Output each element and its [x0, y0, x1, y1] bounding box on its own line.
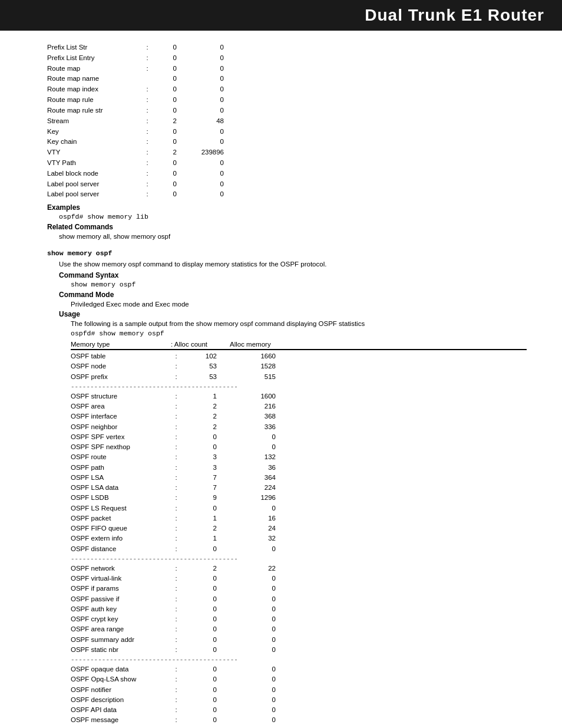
list-item: OSPF SPF vertex : 0 0	[71, 432, 527, 442]
ospf-row-val1: 0	[181, 503, 229, 513]
row-val2: 0	[189, 106, 224, 116]
list-item: OSPF notifier : 0 0	[71, 685, 527, 695]
page-title: Dual Trunk E1 Router	[365, 6, 544, 24]
ospf-row-val1: 9	[181, 493, 229, 503]
table-row: Label block node : 0 0	[47, 169, 527, 179]
ospf-row-val2: 0	[229, 544, 276, 554]
ospf-row-val2: 0	[229, 664, 276, 674]
usage-block: Usage The following is a sample output f…	[47, 310, 527, 337]
list-item: OSPF description : 0 0	[71, 695, 527, 705]
row-val2: 0	[189, 158, 224, 169]
top-data-table: Prefix List Str : 0 0 Prefix List Entry …	[47, 42, 527, 200]
list-item: OSPF opaque data : 0 0	[71, 664, 527, 674]
row-val1: 0	[153, 179, 189, 190]
ospf-row-val1: 0	[181, 705, 229, 715]
ospf-row-label: OSPF virtual-link	[71, 574, 171, 584]
ospf-row-val2: 0	[229, 695, 276, 705]
ospf-row-val2: 36	[229, 463, 276, 473]
list-item: OSPF if params : 0 0	[71, 584, 527, 594]
row-label: Route map rule	[47, 95, 141, 106]
ospf-row-colon: :	[171, 361, 181, 371]
ospf-row-val1: 2	[181, 422, 229, 432]
ospf-memory-table: Memory type : Alloc count Alloc memory O…	[47, 341, 527, 728]
command-line: show memory ospf	[47, 249, 527, 257]
row-label: Route map name	[47, 74, 141, 84]
command-syntax-value: show memory ospf	[47, 281, 527, 288]
row-label: Stream	[47, 116, 141, 127]
ospf-row-label: OSPF area	[71, 401, 171, 411]
command-mode-title: Command Mode	[47, 291, 527, 299]
ospf-row-label: OSPF neighbor	[71, 422, 171, 432]
list-item: OSPF packet : 1 16	[71, 513, 527, 523]
row-label: Key	[47, 127, 141, 137]
ospf-row-label: OSPF if params	[71, 584, 171, 594]
ospf-table-body: OSPF table : 102 1660 OSPF node : 53 152…	[71, 351, 527, 728]
ospf-row-val1: 2	[181, 564, 229, 574]
row-val2: 0	[189, 137, 224, 147]
ospf-row-colon: :	[171, 452, 181, 462]
row-colon: :	[141, 179, 153, 190]
ospf-row-colon: :	[171, 624, 181, 634]
row-val2: 0	[189, 74, 224, 84]
ospf-row-colon: :	[171, 674, 181, 684]
ospf-row-colon: :	[171, 411, 181, 421]
page-header: Dual Trunk E1 Router	[0, 0, 562, 31]
row-colon: :	[141, 116, 153, 127]
table-row: Route map name 0 0	[47, 74, 527, 84]
list-item: OSPF tmp mem : 2 16	[71, 726, 527, 728]
ospf-row-val1: 0	[181, 715, 229, 725]
row-colon: :	[141, 64, 153, 74]
ospf-row-val2: 0	[229, 685, 276, 695]
row-colon: :	[141, 95, 153, 106]
row-colon: :	[141, 53, 153, 64]
ospf-row-colon: :	[171, 463, 181, 473]
ospf-table-divider: ----------------------------------------…	[71, 383, 527, 390]
row-val2: 0	[189, 95, 224, 106]
command-mode-value: Priviledged Exec mode and Exec mode	[47, 301, 527, 308]
ospf-row-label: OSPF auth key	[71, 604, 171, 614]
ospf-row-colon: :	[171, 523, 181, 533]
row-val1: 0	[153, 137, 189, 147]
row-label: Label block node	[47, 169, 141, 179]
ospf-row-val1: 0	[181, 574, 229, 584]
row-val2: 0	[189, 169, 224, 179]
ospf-row-val2: 0	[229, 624, 276, 634]
ospf-row-val2: 32	[229, 533, 276, 543]
row-val1: 0	[153, 74, 189, 84]
ospf-row-val2: 336	[229, 422, 276, 432]
row-val2: 0	[189, 42, 224, 53]
row-val2: 0	[189, 53, 224, 64]
list-item: OSPF structure : 1 1600	[71, 391, 527, 401]
table-row: Label pool server : 0 0	[47, 189, 527, 200]
ospf-row-val1: 3	[181, 463, 229, 473]
ospf-row-val2: 364	[229, 473, 276, 483]
ospf-row-colon: :	[171, 695, 181, 705]
ospf-row-colon: :	[171, 614, 181, 624]
list-item: OSPF auth key : 0 0	[71, 604, 527, 614]
ospf-row-val2: 1600	[229, 391, 276, 401]
row-colon: :	[141, 137, 153, 147]
ospf-row-colon: :	[171, 483, 181, 493]
command-syntax-title: Command Syntax	[47, 271, 527, 279]
ospf-row-label: OSPF network	[71, 564, 171, 574]
table-row: Route map index : 0 0	[47, 84, 527, 95]
ospf-row-val2: 0	[229, 635, 276, 645]
ospf-row-colon: :	[171, 422, 181, 432]
ospf-col2-header: Alloc memory	[230, 341, 289, 348]
page: Dual Trunk E1 Router Prefix List Str : 0…	[0, 0, 562, 728]
ospf-row-val2: 24	[229, 523, 276, 533]
list-item: OSPF Opq-LSA show : 0 0	[71, 674, 527, 684]
ospf-row-colon: :	[171, 493, 181, 503]
ospf-row-label: OSPF notifier	[71, 685, 171, 695]
ospf-row-colon: :	[171, 564, 181, 574]
ospf-row-label: OSPF API data	[71, 705, 171, 715]
list-item: OSPF node : 53 1528	[71, 361, 527, 371]
row-label: Label pool server	[47, 189, 141, 200]
table-row: Label pool server : 0 0	[47, 179, 527, 190]
ospf-row-val2: 216	[229, 401, 276, 411]
ospf-row-colon: :	[171, 372, 181, 382]
ospf-row-val1: 0	[181, 695, 229, 705]
ospf-row-label: OSPF tmp mem	[71, 726, 171, 728]
row-val1: 0	[153, 64, 189, 74]
ospf-row-label: OSPF passive if	[71, 594, 171, 604]
